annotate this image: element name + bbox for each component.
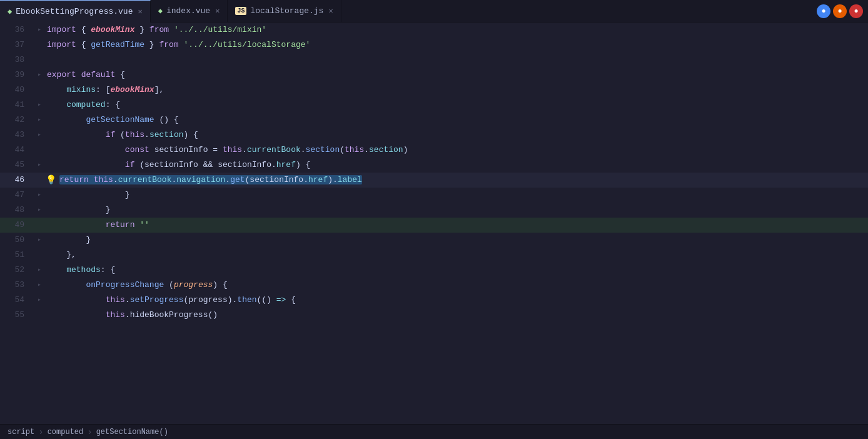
code-content-40: mixins: [ebookMinx],: [44, 83, 868, 98]
fold-42[interactable]: ▸: [34, 113, 44, 128]
code-line-49: 49 return '': [0, 218, 868, 233]
fold-43[interactable]: ▸: [34, 128, 44, 143]
line-num-51: 51: [0, 248, 34, 263]
code-content-53: onProgressChange (progress) {: [44, 278, 868, 293]
tab-close-1[interactable]: ✕: [138, 7, 142, 16]
fold-50[interactable]: ▸: [34, 233, 44, 248]
code-line-38: 38: [0, 53, 868, 68]
tab-label-3: localStorage.js: [250, 6, 323, 16]
chrome-icon[interactable]: ●: [817, 4, 830, 18]
fold-44: [34, 143, 44, 158]
code-line-51: 51 },: [0, 248, 868, 263]
tab-bar: ◆ EbookSettingProgress.vue ✕ ◆ index.vue…: [0, 0, 868, 23]
fold-54[interactable]: ▸: [34, 293, 44, 308]
code-content-38: [44, 53, 868, 68]
code-area[interactable]: 36 ▸ import { ebookMinx } from '../../ut…: [0, 23, 868, 424]
code-line-42: 42 ▸ getSectionName () {: [0, 113, 868, 128]
line-num-55: 55: [0, 308, 34, 323]
line-num-39: 39: [0, 68, 34, 83]
code-content-47: }: [44, 188, 868, 203]
code-line-54: 54 ▸ this.setProgress(progress).then(() …: [0, 293, 868, 308]
tab-close-2[interactable]: ✕: [215, 6, 220, 16]
fold-55: [34, 308, 44, 323]
line-num-47: 47: [0, 188, 34, 203]
line-num-52: 52: [0, 263, 34, 278]
code-content-44: const sectionInfo = this.currentBook.sec…: [44, 143, 868, 158]
code-content-45: if (sectionInfo && sectionInfo.href) {: [44, 158, 868, 173]
line-num-43: 43: [0, 128, 34, 143]
tab-index-vue[interactable]: ◆ index.vue ✕: [151, 0, 228, 23]
code-line-45: 45 ▸ if (sectionInfo && sectionInfo.href…: [0, 158, 868, 173]
code-line-53: 53 ▸ onProgressChange (progress) {: [0, 278, 868, 293]
tab-label-2: index.vue: [166, 6, 210, 16]
tab-label: EbookSettingProgress.vue: [16, 7, 133, 16]
line-num-38: 38: [0, 53, 34, 68]
line-num-46: 46: [0, 173, 34, 188]
code-content-41: computed: {: [44, 98, 868, 113]
code-content-36: import { ebookMinx } from '../../utils/m…: [44, 23, 868, 38]
fold-52[interactable]: ▸: [34, 263, 44, 278]
line-num-44: 44: [0, 143, 34, 158]
line-num-54: 54: [0, 293, 34, 308]
fold-37: [34, 38, 44, 53]
fold-38: [34, 53, 44, 68]
fold-40: [34, 83, 44, 98]
fold-41[interactable]: ▸: [34, 98, 44, 113]
code-content-55: this.hideBookProgress(): [44, 308, 868, 323]
breadcrumb-computed[interactable]: computed: [48, 428, 84, 436]
breadcrumb-script[interactable]: script: [8, 428, 34, 436]
breadcrumb-sep-1: ›: [38, 427, 43, 437]
vue-icon: ◆: [8, 7, 12, 16]
fold-36[interactable]: ▸: [34, 23, 44, 38]
fold-49: [34, 218, 44, 233]
code-line-41: 41 ▸ computed: {: [0, 98, 868, 113]
code-content-51: },: [44, 248, 868, 263]
code-line-52: 52 ▸ methods: {: [0, 263, 868, 278]
tab-close-3[interactable]: ✕: [328, 6, 333, 16]
line-num-42: 42: [0, 113, 34, 128]
fold-46: [34, 173, 44, 188]
code-line-44: 44 const sectionInfo = this.currentBook.…: [0, 143, 868, 158]
fold-39[interactable]: ▸: [34, 68, 44, 83]
js-icon: JS: [235, 7, 246, 15]
breadcrumb-sep-2: ›: [87, 427, 92, 437]
breadcrumb-getsectionname[interactable]: getSectionName(): [96, 428, 168, 436]
edge-icon[interactable]: ●: [849, 4, 863, 18]
tab-ebook-setting-progress[interactable]: ◆ EbookSettingProgress.vue ✕: [0, 0, 151, 23]
fold-53[interactable]: ▸: [34, 278, 44, 293]
code-content-37: import { getReadTime } from '../../utils…: [44, 38, 868, 53]
code-content-54: this.setProgress(progress).then(() => {: [44, 293, 868, 308]
code-content-49: return '': [44, 218, 868, 233]
code-line-40: 40 mixins: [ebookMinx],: [0, 83, 868, 98]
line-num-37: 37: [0, 38, 34, 53]
code-line-39: 39 ▸ export default {: [0, 68, 868, 83]
fold-45[interactable]: ▸: [34, 158, 44, 173]
code-line-55: 55 this.hideBookProgress(): [0, 308, 868, 323]
light-bulb-icon[interactable]: 💡: [44, 173, 57, 188]
code-line-37: 37 import { getReadTime } from '../../ut…: [0, 38, 868, 53]
code-content-50: }: [44, 233, 868, 248]
line-num-41: 41: [0, 98, 34, 113]
status-bar: script › computed › getSectionName(): [0, 424, 868, 439]
line-num-50: 50: [0, 233, 34, 248]
editor: 36 ▸ import { ebookMinx } from '../../ut…: [0, 23, 868, 424]
code-content-52: methods: {: [44, 263, 868, 278]
tab-localstorage-js[interactable]: JS localStorage.js ✕: [228, 0, 341, 23]
line-num-49: 49: [0, 218, 34, 233]
line-num-45: 45: [0, 158, 34, 173]
firefox-icon[interactable]: ●: [833, 4, 847, 18]
fold-47[interactable]: ▸: [34, 188, 44, 203]
line-num-48: 48: [0, 203, 34, 218]
code-line-50: 50 ▸ }: [0, 233, 868, 248]
code-content-43: if (this.section) {: [44, 128, 868, 143]
code-line-36: 36 ▸ import { ebookMinx } from '../../ut…: [0, 23, 868, 38]
code-content-48: }: [44, 203, 868, 218]
code-content-39: export default {: [44, 68, 868, 83]
code-line-47: 47 ▸ }: [0, 188, 868, 203]
code-content-46: return this.currentBook.navigation.get(s…: [57, 173, 868, 188]
fold-51: [34, 248, 44, 263]
fold-48[interactable]: ▸: [34, 203, 44, 218]
line-num-53: 53: [0, 278, 34, 293]
vue-icon-2: ◆: [158, 6, 163, 16]
code-line-48: 48 ▸ }: [0, 203, 868, 218]
